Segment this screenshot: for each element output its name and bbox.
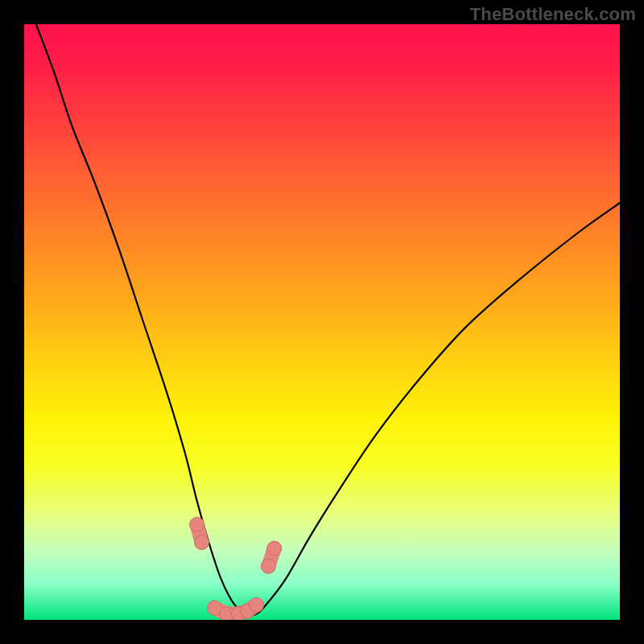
marker-dot	[250, 598, 264, 613]
gradient-background	[24, 24, 620, 620]
watermark-text: TheBottleneck.com	[470, 4, 636, 25]
marker-dot	[190, 518, 204, 532]
chart-svg	[24, 24, 620, 620]
plot-area	[24, 24, 620, 620]
marker-dot	[267, 541, 282, 555]
marker-dot	[195, 535, 209, 550]
marker-dot	[261, 559, 275, 573]
chart-frame: TheBottleneck.com	[0, 0, 644, 644]
